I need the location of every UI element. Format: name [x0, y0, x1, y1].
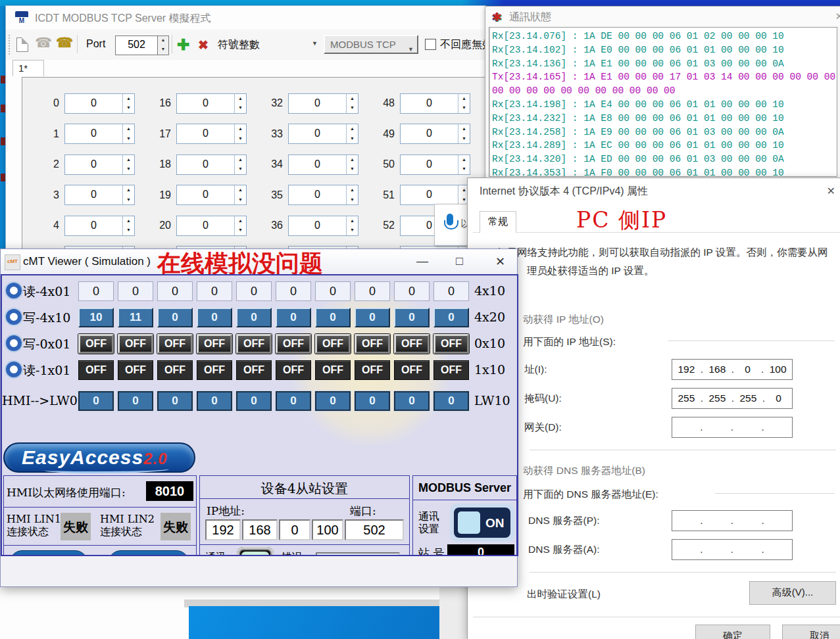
spin-down-icon[interactable]: ▼ [235, 225, 246, 235]
register-spinner[interactable]: 0▲▼ [400, 93, 470, 114]
spinner-arrows[interactable]: ▲▼ [234, 94, 246, 113]
octet-value[interactable]: 255 [678, 392, 695, 404]
register-spinner[interactable]: 0▲▼ [288, 93, 358, 114]
spin-down-icon[interactable]: ▼ [458, 134, 470, 144]
register-value[interactable]: 0 [177, 185, 234, 204]
advanced-button[interactable]: 高级(V)... [749, 581, 836, 605]
spinner-arrows[interactable]: ▲▼ [122, 124, 134, 143]
modbus-tab-1[interactable]: 1* [12, 60, 44, 76]
spin-up-icon[interactable]: ▲ [235, 155, 246, 165]
cmt-titlebar[interactable]: cMT cMT Viewer ( Simulation ) 在线模拟没问题 — … [1, 249, 517, 274]
value-cell[interactable]: 0 [236, 308, 272, 327]
comm-log[interactable]: Rx[23.14.076] : 1A DE 00 00 00 06 01 02 … [489, 27, 837, 177]
spin-up-icon[interactable]: ▲ [123, 94, 134, 104]
no-reply-checkbox[interactable] [425, 39, 436, 50]
spin-up-icon[interactable]: ▲ [123, 155, 134, 165]
register-value[interactable]: 0 [65, 94, 122, 113]
close-icon[interactable]: ✕ [827, 185, 835, 197]
spinner-arrows[interactable]: ▲▼ [122, 185, 134, 204]
spin-up-icon[interactable]: ▲ [347, 94, 358, 104]
register-value[interactable]: 0 [289, 94, 346, 113]
spin-up-icon[interactable]: ▲ [235, 185, 246, 195]
register-spinner[interactable]: 0▲▼ [176, 93, 247, 114]
register-spinner[interactable]: 0▲▼ [64, 154, 135, 175]
spin-up-icon[interactable]: ▲ [123, 216, 134, 226]
spinner-arrows[interactable]: ▲▼ [234, 155, 246, 174]
spinner-arrows[interactable]: ▲▼ [346, 124, 358, 143]
value-cell[interactable]: 11 [118, 308, 153, 327]
value-cell[interactable]: 0 [276, 308, 311, 327]
register-value[interactable]: 0 [177, 94, 234, 113]
spin-up-icon[interactable]: ▲ [123, 124, 134, 134]
octet-value[interactable]: 100 [770, 364, 787, 375]
spin-down-icon[interactable]: ▼ [347, 195, 358, 205]
spinner-arrows[interactable]: ▲▼ [458, 155, 470, 174]
device-port-value[interactable]: 502 [345, 519, 404, 540]
phone-disconnected-icon[interactable]: ☎ [35, 35, 52, 51]
spinner-arrows[interactable]: ▲▼ [234, 185, 246, 204]
register-spinner[interactable]: 0▲▼ [176, 216, 247, 236]
microphone-icon[interactable] [447, 214, 453, 225]
value-cell[interactable]: 10 [78, 308, 114, 327]
close-icon[interactable]: ✕ [495, 254, 505, 269]
register-spinner[interactable]: 0▲▼ [288, 216, 358, 236]
register-value[interactable]: 0 [177, 216, 234, 235]
delete-icon[interactable]: ✖ [198, 37, 209, 53]
spin-up-icon[interactable]: ▲ [158, 36, 168, 45]
register-value[interactable]: 0 [401, 155, 458, 174]
octet-value[interactable]: 0 [771, 392, 787, 404]
device-ip-octet[interactable]: 168 [242, 519, 278, 540]
register-value[interactable]: 0 [289, 216, 346, 235]
ip-address-field[interactable]: 192.168.0.100 [672, 359, 793, 380]
register-value[interactable]: 0 [65, 155, 122, 174]
off-button[interactable]: OFF [433, 334, 469, 354]
off-button[interactable]: OFF [78, 334, 114, 354]
register-spinner[interactable]: 0▲▼ [400, 185, 470, 205]
register-value[interactable]: 0 [401, 185, 458, 204]
subnet-mask-field[interactable]: 255.255.255.0 [672, 388, 793, 409]
auto-dns-label[interactable]: 动获得 DNS 服务器地址(B) [523, 464, 645, 478]
spin-down-icon[interactable]: ▼ [123, 225, 134, 235]
dns-alternate-field[interactable]: ... [672, 539, 793, 560]
spin-up-icon[interactable]: ▲ [235, 216, 246, 226]
use-ip-label[interactable]: 用下面的 IP 地址(S): [523, 335, 616, 349]
spin-down-icon[interactable]: ▼ [123, 103, 134, 113]
value-cell[interactable]: 0 [197, 308, 232, 327]
spin-down-icon[interactable]: ▼ [235, 134, 246, 144]
device-ip-octet[interactable]: 0 [279, 519, 310, 540]
value-cell[interactable]: 0 [157, 308, 193, 327]
spinner-arrows[interactable]: ▲▼ [122, 216, 134, 235]
spin-down-icon[interactable]: ▼ [347, 225, 358, 235]
gateway-field[interactable]: ... [672, 417, 793, 438]
spinner-arrows[interactable]: ▲▼ [346, 94, 358, 113]
spinner-arrows[interactable]: ▲▼ [346, 155, 358, 174]
value-cell[interactable]: 0 [394, 308, 430, 327]
octet-value[interactable]: 168 [708, 364, 726, 375]
spin-down-icon[interactable]: ▼ [347, 164, 358, 174]
value-cell[interactable]: 0 [433, 308, 469, 327]
spin-up-icon[interactable]: ▲ [235, 124, 246, 134]
register-value[interactable]: 0 [177, 155, 234, 174]
spin-up-icon[interactable]: ▲ [347, 216, 358, 226]
off-button[interactable]: OFF [394, 334, 430, 354]
spin-down-icon[interactable]: ▼ [158, 45, 168, 55]
off-button[interactable]: OFF [236, 334, 272, 354]
spin-down-icon[interactable]: ▼ [235, 195, 246, 205]
spinner-arrows[interactable]: ▲▼ [458, 94, 470, 113]
modbus-titlebar[interactable]: ICDT MODBUS TCP Server 模擬程式 [6, 6, 485, 30]
register-value[interactable]: 0 [65, 216, 122, 235]
spin-down-icon[interactable]: ▼ [123, 195, 134, 205]
spin-down-icon[interactable]: ▼ [123, 164, 134, 174]
validate-on-exit-label[interactable]: 出时验证设置(L) [527, 588, 601, 602]
spinner-arrows[interactable]: ▲▼ [346, 216, 358, 235]
register-spinner[interactable]: 0▲▼ [288, 154, 358, 175]
spin-up-icon[interactable]: ▲ [347, 155, 358, 165]
spin-down-icon[interactable]: ▼ [235, 164, 246, 174]
spin-up-icon[interactable]: ▲ [235, 94, 246, 104]
off-button[interactable]: OFF [276, 334, 311, 354]
use-dns-label[interactable]: 用下面的 DNS 服务器地址(E): [523, 488, 658, 502]
comm-titlebar[interactable]: ✱ 通訊狀態 ✕ [485, 7, 840, 26]
cancel-button[interactable]: 取消 [782, 625, 840, 639]
off-button[interactable]: OFF [355, 334, 390, 354]
register-value[interactable]: 0 [401, 124, 458, 143]
